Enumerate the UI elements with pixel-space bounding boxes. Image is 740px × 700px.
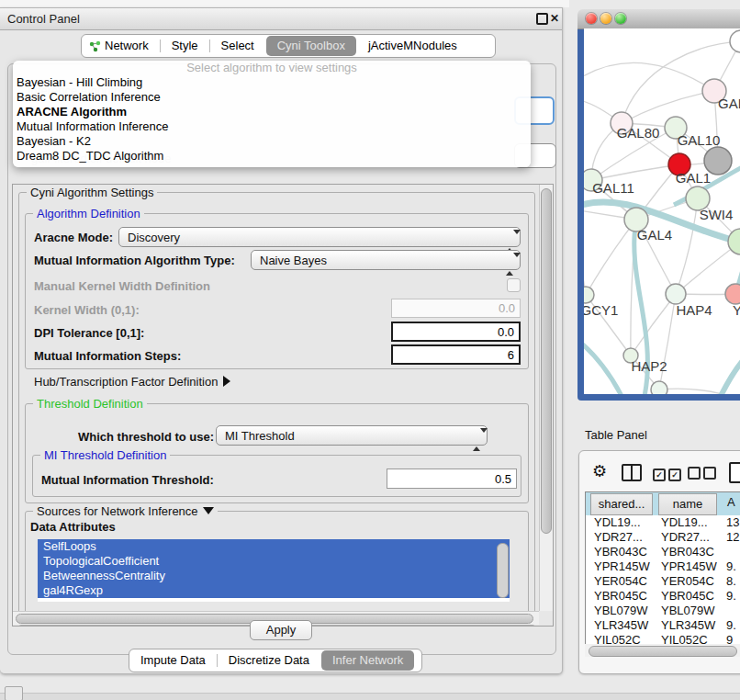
dropdown-item[interactable]: Dream8 DC_TDC Algorithm (13, 149, 531, 164)
sources-group-title[interactable]: Sources for Network Inference (33, 504, 218, 518)
table-cell: 12 (726, 530, 739, 544)
apply-button[interactable]: Apply (250, 620, 312, 640)
tab-style[interactable]: Style (161, 35, 209, 57)
column-header-name[interactable]: name (658, 493, 717, 515)
network-node[interactable] (651, 381, 667, 394)
sources-title-text: Sources for Network Inference (37, 504, 198, 518)
table-cell: YPR145W (594, 559, 650, 573)
checked-boxes-icon[interactable]: ✓✓ (653, 467, 681, 481)
node-label: GAL (718, 96, 740, 111)
dropdown-item[interactable]: Mutual Information Inference (13, 119, 531, 134)
aracne-mode-combo[interactable]: Discovery (118, 227, 521, 247)
table-row[interactable]: YBR045CYBR045C9. (586, 589, 740, 604)
dpi-tolerance-label: DPI Tolerance [0,1]: (34, 326, 144, 340)
table-row[interactable]: YLR345WYLR345W9. (586, 618, 740, 633)
network-node[interactable] (584, 287, 594, 303)
mi-threshold-label: Mutual Information Threshold: (41, 473, 214, 487)
split-columns-icon[interactable] (622, 464, 642, 481)
mi-steps-input[interactable] (391, 344, 521, 365)
control-panel-tabbar: Network Style Select Cyni Toolbox jActiv… (81, 34, 496, 58)
table-header-row: shared... name A (585, 491, 740, 516)
dropdown-item[interactable]: Bayesian - Hill Climbing (13, 75, 531, 90)
hub-definition-label: Hub/Transcription Factor Definition (34, 375, 218, 389)
top-strip (0, 0, 569, 7)
network-view-window: GALGAL80GAL10GAL1GAL11SWI4GAL4GCY1HAP4YH… (577, 9, 740, 401)
network-canvas[interactable]: GALGAL80GAL10GAL1GAL11SWI4GAL4GCY1HAP4YH… (584, 28, 740, 394)
node-label: GCY1 (584, 302, 618, 318)
data-attribute-item[interactable]: BetweennessCentrality (38, 569, 510, 583)
node-label: GAL11 (592, 180, 634, 196)
table-cell: YER054C (594, 574, 647, 588)
node-label: HAP4 (676, 302, 712, 318)
tab-select[interactable]: Select (210, 35, 265, 57)
manual-kernel-checkbox[interactable] (507, 278, 521, 292)
network-node[interactable] (666, 284, 686, 304)
table-cell: YDL19... (661, 515, 708, 529)
close-traffic-light[interactable] (586, 13, 597, 24)
mi-type-value: Naive Bayes (260, 254, 327, 267)
kernel-width-input[interactable] (391, 299, 521, 318)
tab-jactivemnodules[interactable]: jActiveMNodules (357, 35, 468, 57)
table-row[interactable]: YDR27...YDR27...12 (586, 530, 740, 545)
node-label: GAL1 (676, 170, 711, 186)
zoom-traffic-light[interactable] (615, 13, 626, 24)
table-row[interactable]: YBR043CYBR043C (586, 545, 740, 559)
dropdown-item[interactable]: Bayesian - K2 (13, 134, 531, 149)
minimize-traffic-light[interactable] (600, 13, 611, 24)
bottom-tabbar: Impute Data Discretize Data Infer Networ… (129, 649, 422, 672)
document-icon[interactable] (729, 462, 740, 483)
table-panel-title: Table Panel (585, 428, 647, 442)
float-icon[interactable] (536, 13, 548, 25)
data-attribute-item[interactable]: gal4RGexp (38, 583, 510, 598)
column-header-extra[interactable]: A (727, 495, 735, 509)
dpi-tolerance-input[interactable] (391, 322, 521, 342)
network-edge (631, 294, 676, 356)
aracne-mode-value: Discovery (128, 231, 180, 244)
dropdown-item[interactable]: ARACNE Algorithm (13, 105, 531, 119)
close-icon[interactable]: ✕ (550, 12, 559, 25)
network-edge (586, 220, 636, 295)
data-attributes-list: SelfLoopsTopologicalCoefficientBetweenne… (38, 539, 510, 602)
table-row[interactable]: YER054CYER054C8. (586, 574, 740, 589)
manual-kernel-label: Manual Kernel Width Definition (34, 279, 210, 293)
network-edge (584, 62, 714, 91)
tab-discretize-data[interactable]: Discretize Data (218, 649, 320, 672)
dropdown-item[interactable]: Basic Correlation Inference (13, 90, 531, 105)
table-row[interactable]: YIL052CYIL052C9 (586, 633, 740, 644)
tab-network[interactable]: Network (101, 35, 160, 57)
data-attribute-item[interactable]: SelfLoops (38, 539, 510, 554)
mi-threshold-input[interactable] (387, 469, 517, 489)
network-node[interactable] (730, 30, 740, 52)
table-hscrollbar-thumb[interactable] (589, 646, 737, 657)
control-panel-window: Control Panel ✕ Network Style Select Cyn… (0, 7, 563, 674)
which-threshold-label: Which threshold to use: (78, 430, 214, 444)
tab-impute-data[interactable]: Impute Data (129, 649, 217, 672)
data-attributes-label: Data Attributes (30, 520, 116, 534)
table-cell: YDR27... (594, 530, 643, 544)
settings-scrollpane: Cyni Algorithm Settings Algorithm Defini… (12, 184, 554, 627)
network-node[interactable] (725, 284, 740, 304)
table-row[interactable]: YDL19...YDL19...13 (586, 515, 740, 530)
table-cell: 9. (726, 559, 736, 573)
tab-infer-network[interactable]: Infer Network (321, 650, 414, 671)
settings-vscrollbar-thumb[interactable] (541, 188, 552, 534)
minimized-panel-icon[interactable] (5, 686, 23, 700)
node-label: HAP2 (631, 358, 667, 374)
tab-cyni-toolbox[interactable]: Cyni Toolbox (266, 36, 356, 56)
table-row[interactable]: YPR145WYPR145W9. (586, 559, 740, 574)
data-attribute-item[interactable]: TopologicalCoefficient (38, 554, 510, 569)
network-window-titlebar (577, 9, 740, 29)
hub-definition-toggle[interactable]: Hub/Transcription Factor Definition (34, 375, 230, 389)
table-panel: ⚙ ✓✓ shared... name A YDL19...YDL19...13… (578, 450, 740, 674)
table-cell: YBR043C (661, 545, 714, 559)
gear-icon[interactable]: ⚙ (592, 461, 607, 481)
column-header-shared[interactable]: shared... (590, 493, 653, 515)
unchecked-boxes-icon[interactable] (688, 467, 716, 482)
mi-type-combo[interactable]: Naive Bayes (251, 250, 521, 270)
network-edge (659, 294, 676, 390)
table-row[interactable]: YBL079WYBL079W (586, 604, 740, 618)
list-scrollbar-thumb[interactable] (497, 543, 509, 598)
table-cell: 9. (726, 618, 736, 632)
network-edge (659, 389, 722, 394)
which-threshold-combo[interactable]: MI Threshold (216, 425, 488, 446)
